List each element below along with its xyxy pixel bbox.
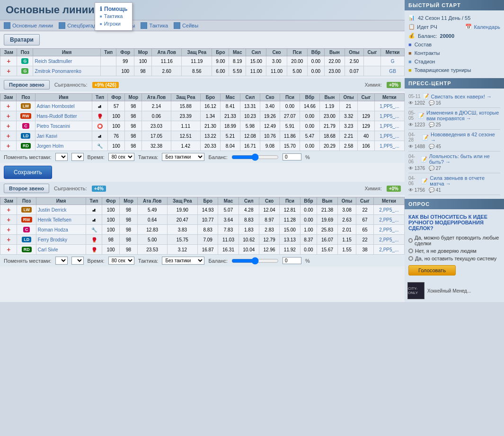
help-tactics[interactable]: Тактика [100,12,127,20]
tactics-select2[interactable]: Без тактики [162,257,204,265]
col-pos: Поз [17,94,35,101]
menu-item-friendly[interactable]: ■ Товарищеские турниры [408,66,500,74]
line1-controls: Поменять местами: Время: 80 сек Тактика:… [0,151,405,163]
saves-icon [174,22,180,29]
comments-icon: 💬 25 [429,122,441,127]
player-name[interactable]: Jari Kasvi [35,131,92,141]
balance-slider2[interactable] [231,257,279,265]
radio-icon[interactable] [408,249,413,253]
vote-button[interactable]: Голосовать [408,265,456,276]
tab-main-lines[interactable]: Основные линии [4,22,53,29]
player-tags[interactable]: 2,PP5_... [373,215,404,225]
save-button[interactable]: Сохранить [4,166,52,179]
add-icon[interactable]: + [7,122,10,130]
player-tags[interactable]: 1,PP5_... [374,131,404,141]
balance-input2[interactable] [283,257,301,264]
player-name[interactable]: Reich Stadtmuller [33,56,100,66]
player-name[interactable]: Pietro Toscanini [35,121,92,131]
game-row: 📋 Идет РЧ 📅 Календарь [408,22,500,31]
season-label: 42 Сезон 11 День / 55 [418,15,470,21]
col-syg: Сыг [356,197,373,205]
radio-icon[interactable] [408,238,413,243]
time-select2[interactable]: 80 сек [108,257,134,265]
menu-item-stadium[interactable]: ■ Стадион [408,57,500,66]
news-title[interactable]: Изменения в ДЮСШ, которые вам понравятся… [426,110,500,121]
col-sil: Сил [239,197,259,205]
player-tags[interactable]: 2,PP5_... [373,225,404,235]
add-icon[interactable]: + [7,142,10,150]
chemistry-value2: +0% [387,186,401,192]
time-select[interactable]: 80 сек [108,153,134,161]
position-badge: RW [21,217,32,222]
player-tags[interactable]: 1,PP5_... [374,111,404,121]
player-name[interactable]: Justin Derrick [36,205,86,215]
player-tags[interactable]: 2,PP5_... [373,205,404,215]
col-for: Фор [102,197,120,205]
add-icon[interactable]: + [7,216,10,223]
player-tags[interactable]: 2,PP5_... [373,235,404,245]
player-name[interactable]: Hans-Rudolf Botter [35,111,92,121]
player-name[interactable]: Adrian Hornbostel [35,101,92,111]
swap-select-from2[interactable] [55,257,68,265]
press-center-section: ПРЕСС-ЦЕНТР 05-11 📝 Свистать всех наверх… [405,78,504,198]
line2-button[interactable]: Второе звено [4,184,49,193]
add-icon[interactable]: + [7,236,10,243]
menu-item-contracts[interactable]: ■ Контракты [408,49,500,57]
help-dropdown[interactable]: ℹ Помощь Тактика Игроки [95,2,133,31]
player-tags[interactable]: 1,PP5_... [374,101,404,111]
help-title[interactable]: ℹ Помощь [100,6,127,12]
goalkeepers-button[interactable]: Вратари [4,34,40,45]
tactics-select[interactable]: Без тактики [162,153,204,161]
col-zam: Зам [0,94,17,101]
player-name[interactable]: Carl Sivle [36,245,86,255]
tab-saves[interactable]: Сейвы [174,22,198,29]
col-sko: Ско [259,197,279,205]
game-icon: 📋 [408,24,415,30]
player-name[interactable]: Roman Hodza [36,225,86,235]
player-tags[interactable]: G [381,56,405,66]
player-tags[interactable]: GB [381,66,405,76]
poll-option3[interactable]: Да, но оставить текущую систему [408,255,500,262]
col-opy: Опы [339,94,358,101]
add-icon[interactable]: + [7,102,10,110]
poll-option1[interactable]: Да, можно будет проводить любые сделки [408,234,500,247]
menu-item-team[interactable]: ■ Состав [408,40,500,49]
calendar-item[interactable]: 📅 Календарь [465,24,500,30]
add-icon[interactable]: + [7,246,10,253]
col-psi: Пси [280,94,300,101]
player-tags[interactable]: 2,PP5_... [373,245,404,255]
add-icon[interactable]: + [7,226,10,233]
news-title[interactable]: Свистать всех наверх! → [431,94,492,99]
add-player-icon[interactable]: + [7,57,10,65]
col-vbr: Вбр [300,94,319,101]
news-title[interactable]: Нововведения в 42 сезоне → [431,132,500,143]
col-vyn: Вын [317,197,337,205]
tab-special[interactable]: Спецбригады [59,22,100,29]
line1-button[interactable]: Первое звено [4,80,50,89]
tab-tactics[interactable]: Тактика [141,22,168,29]
views-icon: 👁 1223 [408,122,425,127]
balance-row: 💰 Баланс: 20000 [408,31,500,40]
player-name[interactable]: Jorgen Holm [35,141,92,151]
player-name[interactable]: Zmitrok Ponomarenko [33,66,100,76]
help-players[interactable]: Игроки [100,20,127,27]
news-title[interactable]: Лояльность: быть или не быть? → [429,153,500,165]
col-mor: Мор [134,49,151,56]
swap-select-from[interactable] [55,153,68,161]
balance-slider[interactable] [231,153,279,161]
swap-select-to2[interactable] [71,257,84,265]
add-icon[interactable]: + [7,112,10,120]
add-icon[interactable]: + [7,206,10,214]
player-tags[interactable]: 1,PP5_... [374,121,404,131]
money-icon: 💰 [408,33,415,39]
radio-icon[interactable] [408,256,413,261]
add-icon[interactable]: + [7,132,10,140]
news-title[interactable]: Сила звеньев в отчете матча → [430,175,500,187]
balance-input[interactable] [283,153,301,160]
add-player-icon[interactable]: + [7,67,10,75]
swap-select-to[interactable] [71,153,84,161]
player-name[interactable]: Ferry Brodsky [36,235,86,245]
player-tags[interactable]: 1,PP5_... [374,141,404,151]
player-name[interactable]: Henrik Tellefsen [36,215,86,225]
poll-option2[interactable]: Нет, я не доверяю людям [408,247,500,255]
